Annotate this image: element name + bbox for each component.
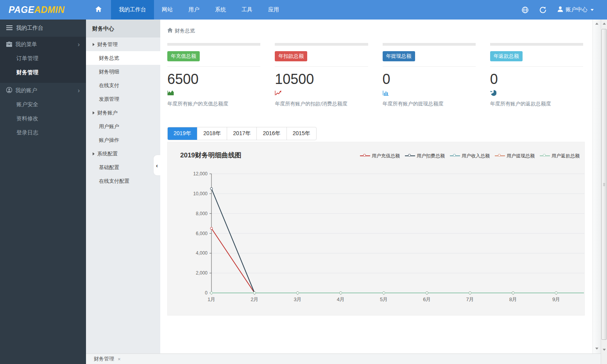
submenu-section-finance-management[interactable]: 财务管理: [86, 37, 160, 51]
chart-title: 2019财务明细曲线图: [180, 151, 242, 160]
scroll-down-icon[interactable]: [601, 349, 607, 351]
nav-item-website[interactable]: 网站: [154, 0, 181, 20]
sidebar-header-label: 我的工作台: [16, 25, 43, 32]
briefcase-icon: [6, 41, 12, 48]
scroll-down-icon[interactable]: [593, 348, 601, 350]
tab-2019[interactable]: 2019年: [168, 127, 197, 140]
tab-2015[interactable]: 2015年: [286, 127, 316, 140]
svg-text:7月: 7月: [466, 296, 474, 302]
status-badge: 年返款总额: [490, 51, 523, 61]
stat-card-withdrawal: 年提现总额 0 年度所有账户的提现总额度: [383, 43, 476, 107]
content-scrollbar[interactable]: [593, 20, 601, 353]
legend-marker: [495, 154, 505, 158]
legend-item-income[interactable]: 用户收入总额: [450, 153, 490, 159]
sidebar-collapse-handle[interactable]: ‹: [154, 155, 160, 175]
chart-legend: 用户充值总额 用户扣费总额 用户收入总额 用户提现总额 用户返款总额: [360, 153, 580, 159]
tab-2017[interactable]: 2017年: [227, 127, 256, 140]
sidebar-item-finance-management[interactable]: 财务管理: [0, 66, 86, 80]
stat-description: 年度所有账户的提现总额度: [383, 100, 476, 107]
stat-description: 年度所有账户的充值总额度: [167, 100, 260, 107]
area-chart-icon: [167, 90, 260, 97]
breadcrumb: 财务总览: [167, 27, 593, 34]
top-nav-menu: 我的工作台 网站 用户 系统 工具 应用: [86, 0, 287, 20]
submenu-item-finance-details[interactable]: 财务明细: [86, 65, 160, 79]
sidebar-item-login-log[interactable]: 登录日志: [0, 126, 86, 140]
globe-icon[interactable]: [522, 7, 528, 13]
submenu-item-account-operations[interactable]: 账户操作: [86, 133, 160, 147]
triangle-right-icon: [93, 152, 95, 155]
logo-text-page: PAGE: [9, 5, 34, 15]
nav-item-apps[interactable]: 应用: [260, 0, 287, 20]
submenu-item-online-payment[interactable]: 在线支付: [86, 79, 160, 92]
legend-item-recharge[interactable]: 用户充值总额: [360, 153, 400, 159]
legend-marker: [405, 154, 415, 158]
submenu-item-invoice-management[interactable]: 发票管理: [86, 92, 160, 106]
logo-text-admin: ADMIN: [34, 5, 64, 15]
sidebar-item-account-security[interactable]: 账户安全: [0, 98, 86, 112]
submenu-item-finance-overview[interactable]: 财务总览: [86, 51, 160, 65]
submenu-section-finance-account[interactable]: 财务账户: [86, 106, 160, 120]
scrollbar-thumb[interactable]: [602, 29, 607, 340]
window-scrollbar[interactable]: [601, 20, 607, 364]
chevron-down-icon: [591, 9, 594, 11]
trend-chart-icon: [275, 90, 368, 97]
close-icon[interactable]: ×: [118, 356, 121, 362]
submenu-item-user-account[interactable]: 用户账户: [86, 120, 160, 133]
stat-description: 年度所有账户的扣款/消费总额度: [275, 100, 368, 107]
submenu-section-system-config[interactable]: 系统配置: [86, 147, 160, 161]
nav-item-users[interactable]: 用户: [181, 0, 207, 20]
bar-chart-icon: [383, 90, 476, 97]
sidebar-group-my-menu: 我的菜单 › 订单管理 财务管理: [0, 37, 86, 83]
legend-item-deduction[interactable]: 用户扣费总额: [405, 153, 445, 159]
refresh-icon[interactable]: [539, 6, 546, 13]
home-breadcrumb-icon: [167, 28, 173, 34]
svg-text:10,000: 10,000: [193, 191, 208, 196]
svg-text:0: 0: [205, 290, 208, 296]
tab-2016[interactable]: 2016年: [256, 127, 286, 140]
card-top-divider: [383, 43, 476, 46]
status-badge: 年充值总额: [167, 51, 200, 61]
chart-panel: 2019财务明细曲线图 用户充值总额 用户扣费总额 用户收入总额 用户提现总额 …: [167, 142, 585, 316]
card-top-divider: [167, 43, 260, 46]
account-center-menu[interactable]: 账户中心: [557, 6, 594, 13]
sidebar-item-profile-edit[interactable]: 资料修改: [0, 112, 86, 126]
nav-item-workbench[interactable]: 我的工作台: [111, 0, 154, 20]
pie-chart-icon: [490, 90, 583, 97]
nav-home-button[interactable]: [86, 0, 111, 20]
svg-text:8月: 8月: [509, 296, 517, 302]
svg-text:6,000: 6,000: [196, 230, 208, 236]
submenu-item-basic-config[interactable]: 基础配置: [86, 161, 160, 174]
submenu-header: 财务中心: [86, 20, 160, 37]
sidebar-group-my-menu-header[interactable]: 我的菜单 ›: [0, 37, 86, 52]
chevron-right-icon: ›: [78, 41, 80, 48]
person-icon: [6, 87, 12, 94]
triangle-right-icon: [93, 111, 95, 114]
legend-item-withdrawal[interactable]: 用户提现总额: [495, 153, 535, 159]
stat-cards: 年充值总额 6500 年度所有账户的充值总额度 年扣款总额 10500 年度所有…: [167, 43, 583, 107]
sidebar-group-label: 我的菜单: [15, 41, 37, 48]
tab-2018[interactable]: 2018年: [197, 127, 227, 140]
sidebar-group-my-account-header[interactable]: 我的账户 ›: [0, 84, 86, 98]
scroll-up-icon[interactable]: [601, 23, 607, 25]
nav-item-system[interactable]: 系统: [207, 0, 234, 20]
sidebar-header-workbench[interactable]: 我的工作台: [0, 20, 86, 37]
main-sidebar: 我的工作台 我的菜单 › 订单管理 财务管理 我的账户 › 账户安全 资料修改 …: [0, 20, 86, 364]
stat-card-refund: 年返款总额 0 年度所有账户的返款总额度: [490, 43, 583, 107]
card-top-divider: [490, 43, 583, 46]
svg-text:4,000: 4,000: [196, 250, 208, 256]
user-icon: [557, 6, 563, 13]
svg-text:12,000: 12,000: [193, 171, 208, 177]
sidebar-item-order-management[interactable]: 订单管理: [0, 52, 86, 66]
legend-marker: [540, 154, 550, 158]
nav-item-tools[interactable]: 工具: [234, 0, 260, 20]
legend-item-refund[interactable]: 用户返款总额: [540, 153, 580, 159]
breadcrumb-label: 财务总览: [175, 27, 195, 34]
submenu-item-online-payment-config[interactable]: 在线支付配置: [86, 174, 160, 188]
home-icon: [95, 6, 102, 13]
main-content: 财务总览 年充值总额 6500 年度所有账户的充值总额度 年扣款总额 10500…: [160, 20, 593, 353]
stat-value: 10500: [275, 71, 368, 87]
bottom-tab-finance-management[interactable]: 财务管理 ×: [91, 355, 124, 362]
finance-line-chart: 02,0004,0006,0008,00010,00012,0001月2月3月4…: [168, 142, 584, 315]
topbar-right-actions: 账户中心: [522, 0, 607, 20]
scroll-up-icon[interactable]: [593, 23, 601, 25]
